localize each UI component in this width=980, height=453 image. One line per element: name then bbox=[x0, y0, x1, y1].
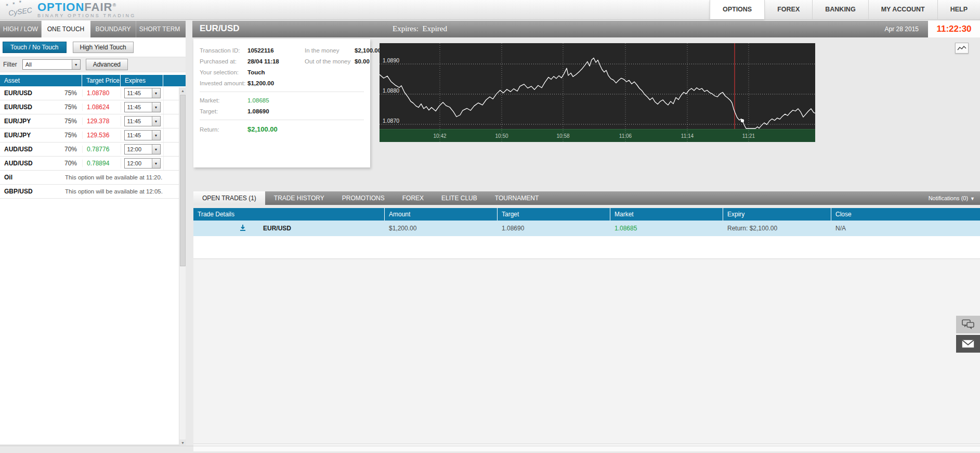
expiry-select[interactable]: 11:45▼ bbox=[124, 116, 161, 126]
tab-open-trades[interactable]: OPEN TRADES (1) bbox=[193, 191, 265, 205]
asset-name: EUR/USD bbox=[4, 89, 32, 97]
chevron-down-icon[interactable]: ▼ bbox=[152, 131, 160, 140]
advanced-button[interactable]: Advanced bbox=[86, 59, 128, 70]
chevron-down-icon[interactable]: ▼ bbox=[152, 159, 160, 168]
market-value: 1.08685 bbox=[247, 97, 305, 103]
expiry-select[interactable]: 12:00▼ bbox=[124, 158, 161, 169]
chat-icon[interactable] bbox=[956, 316, 980, 333]
tab-trade-history[interactable]: TRADE HISTORY bbox=[265, 191, 333, 205]
filter-select[interactable]: All ▼ bbox=[22, 59, 81, 70]
return-label: Return: bbox=[200, 126, 247, 133]
asset-name: Oil bbox=[0, 174, 65, 181]
expiry-select[interactable]: 12:00▼ bbox=[124, 144, 161, 154]
chevron-down-icon[interactable]: ▼ bbox=[152, 88, 160, 98]
asset-row[interactable]: AUD/USD70% 0.78894 12:00▼ bbox=[0, 157, 186, 171]
top-nav-banking[interactable]: BANKING bbox=[812, 0, 868, 19]
expiry-select[interactable]: 11:45▼ bbox=[124, 130, 161, 140]
sidebar-body: Touch / No Touch High Yield Touch Filter… bbox=[0, 37, 186, 445]
asset-payout: 75% bbox=[64, 118, 77, 125]
bottom-panel: OPEN TRADES (1) TRADE HISTORY PROMOTIONS… bbox=[193, 191, 980, 451]
cysec-label: CySEC bbox=[8, 5, 33, 17]
cysec-logo: ✶ ✶ ✶ CySEC bbox=[4, 1, 37, 19]
tab-elite-club[interactable]: ELITE CLUB bbox=[433, 191, 486, 205]
tab-high-low[interactable]: HIGH / LOW bbox=[0, 21, 42, 37]
chevron-down-icon[interactable]: ▼ bbox=[72, 60, 80, 69]
top-nav-help[interactable]: HELP bbox=[937, 0, 980, 19]
asset-row[interactable]: EUR/JPY75% 129.536 11:45▼ bbox=[0, 128, 186, 143]
open-trade-row[interactable]: EUR/USD $1,200.00 1.08690 1.08685 Return… bbox=[193, 221, 980, 236]
scroll-up-icon[interactable]: ▲ bbox=[179, 87, 186, 94]
asset-row[interactable]: AUD/USD70% 0.78776 12:00▼ bbox=[0, 143, 186, 157]
asset-row[interactable]: EUR/JPY75% 129.378 11:45▼ bbox=[0, 114, 186, 128]
asset-notice-row: Oil This option will be available at 11:… bbox=[0, 171, 186, 185]
mail-icon[interactable] bbox=[956, 335, 980, 353]
chevron-down-icon[interactable]: ▼ bbox=[152, 117, 160, 126]
touch-no-touch-button[interactable]: Touch / No Touch bbox=[3, 42, 67, 53]
tab-short-term[interactable]: SHORT TERM bbox=[136, 21, 183, 37]
asset-target-price: 0.78894 bbox=[87, 160, 109, 167]
top-nav-forex[interactable]: FOREX bbox=[764, 0, 812, 19]
high-yield-touch-button[interactable]: High Yield Touch bbox=[73, 42, 134, 53]
scrollbar-thumb[interactable] bbox=[180, 95, 186, 266]
trade-market: 1.08685 bbox=[610, 225, 723, 232]
trade-amount: $1,200.00 bbox=[385, 225, 498, 232]
chart-type-icon[interactable] bbox=[955, 43, 969, 54]
filter-label: Filter bbox=[3, 61, 17, 68]
panel-background bbox=[193, 259, 980, 444]
option-type-tabs: HIGH / LOW ONE TOUCH BOUNDARY SHORT TERM bbox=[0, 21, 186, 37]
expiry-select[interactable]: 11:45▼ bbox=[124, 102, 161, 112]
symbol-title: EUR/USD bbox=[200, 23, 240, 34]
top-nav: OPTIONS FOREX BANKING MY ACCOUNT HELP bbox=[710, 0, 980, 19]
tab-forex[interactable]: FOREX bbox=[394, 191, 433, 205]
asset-payout: 75% bbox=[64, 103, 77, 111]
expiry-value: 11:45 bbox=[125, 104, 141, 110]
expiry-select[interactable]: 11:45▼ bbox=[124, 88, 161, 98]
purchased-at-label: Purchased at: bbox=[200, 58, 247, 64]
divider bbox=[200, 120, 364, 120]
svg-text:11:14: 11:14 bbox=[681, 133, 694, 139]
in-money-value: $2,100.00 bbox=[355, 47, 381, 54]
current-date: Apr 28 2015 bbox=[885, 25, 919, 33]
notifications-dropdown[interactable]: Notifications (0)▼ bbox=[929, 191, 975, 205]
sidebar-scrollbar[interactable]: ▲ ▼ bbox=[179, 87, 186, 446]
asset-table: Asset Target Price Expires EUR/USD75% 1.… bbox=[0, 75, 186, 199]
tab-promotions[interactable]: PROMOTIONS bbox=[333, 191, 394, 205]
svg-text:10:58: 10:58 bbox=[556, 133, 569, 139]
download-icon[interactable] bbox=[239, 224, 246, 233]
asset-name: EUR/JPY bbox=[4, 132, 31, 139]
in-money-label: In the money bbox=[305, 47, 355, 54]
trade-target: 1.08690 bbox=[498, 225, 610, 232]
trade-details-panel: Transaction ID: 10522116 In the money $2… bbox=[193, 39, 370, 167]
asset-row[interactable]: EUR/USD75% 1.08624 11:45▼ bbox=[0, 100, 186, 114]
invested-value: $1,200.00 bbox=[247, 80, 305, 86]
col-trade-details: Trade Details bbox=[193, 208, 385, 221]
trade-header: EUR/USD Expires: Expired Apr 28 2015 11:… bbox=[192, 21, 980, 37]
tab-boundary[interactable]: BOUNDARY bbox=[90, 21, 136, 37]
divider bbox=[0, 446, 980, 446]
top-nav-my-account[interactable]: MY ACCOUNT bbox=[868, 0, 937, 19]
filter-selected-value: All bbox=[23, 61, 32, 68]
svg-text:1.0880: 1.0880 bbox=[383, 87, 399, 94]
trade-asset: EUR/USD bbox=[263, 225, 291, 232]
return-value: $2,100.00 bbox=[247, 125, 305, 133]
asset-row[interactable]: EUR/USD75% 1.08780 11:45▼ bbox=[0, 86, 186, 100]
chevron-down-icon: ▼ bbox=[970, 196, 975, 201]
asset-notice-row: GBP/USD This option will be available at… bbox=[0, 185, 186, 199]
tab-one-touch[interactable]: ONE TOUCH bbox=[42, 21, 90, 37]
expiry-value: 12:00 bbox=[125, 146, 142, 152]
tab-tournament[interactable]: TOURNAMENT bbox=[486, 191, 547, 205]
expires-label: Expires: bbox=[393, 24, 419, 33]
expiry-value: 11:45 bbox=[125, 132, 141, 138]
svg-text:11:21: 11:21 bbox=[742, 133, 755, 139]
col-market: Market bbox=[610, 208, 723, 221]
svg-text:10:50: 10:50 bbox=[495, 133, 508, 139]
expires-status: Expires: Expired bbox=[393, 24, 447, 33]
expiry-value: 11:45 bbox=[125, 90, 141, 96]
sidebar: HIGH / LOW ONE TOUCH BOUNDARY SHORT TERM… bbox=[0, 21, 186, 445]
chevron-down-icon[interactable]: ▼ bbox=[152, 145, 160, 154]
top-nav-options[interactable]: OPTIONS bbox=[710, 0, 764, 19]
chevron-down-icon[interactable]: ▼ bbox=[152, 102, 160, 112]
optionfair-logo: OPTIONFAIR® BINARY OPTIONS TRADING bbox=[37, 2, 136, 18]
col-close: Close bbox=[831, 208, 980, 221]
svg-text:1.0890: 1.0890 bbox=[383, 57, 399, 63]
